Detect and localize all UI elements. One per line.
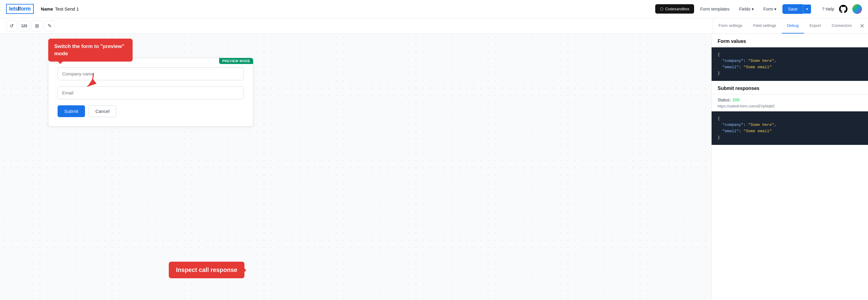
fields-label: Fields — [739, 7, 750, 11]
github-icon[interactable] — [839, 5, 847, 13]
form-templates-button[interactable]: Form templates — [696, 5, 733, 13]
submit-responses-title: Submit responses — [712, 81, 868, 94]
form-preview: PREVIEW MODE Submit Cancel — [48, 58, 253, 127]
code-key-email: "email" — [722, 65, 739, 70]
help-button[interactable]: ? Help — [822, 7, 834, 11]
inspect-callout: Inspect call response — [169, 262, 244, 278]
callout-top-text: Switch the form to "preview" mode — [54, 44, 124, 56]
form-settings-label: Form settings — [718, 23, 742, 28]
sub-nav: ↺ 123 ⊞ ✎ Form settings Field settings D… — [0, 18, 868, 34]
codesandbox-icon: ⬡ — [660, 7, 663, 11]
tab-field-settings[interactable]: Field settings — [748, 18, 782, 33]
logo[interactable]: letsIform — [6, 4, 34, 14]
company-input[interactable] — [58, 67, 244, 80]
tab-form-settings[interactable]: Form settings — [713, 18, 748, 33]
right-panel-tabs: Form settings Field settings Debug Expor… — [713, 18, 868, 33]
email-input[interactable] — [58, 86, 244, 99]
resp-code-key-company: "company" — [722, 122, 744, 127]
resp-code-val-email: "Some email" — [744, 129, 772, 133]
field-settings-label: Field settings — [753, 23, 776, 28]
tab-export[interactable]: Export — [804, 18, 827, 33]
company-field — [58, 67, 244, 80]
save-button[interactable]: Save — [782, 4, 803, 14]
main-layout: Switch the form to "preview" mode PREVIE… — [0, 34, 868, 300]
undo-button[interactable]: ↺ — [6, 21, 17, 31]
copy-button[interactable]: ⊞ — [31, 21, 42, 31]
status-row: Status: 200 — [712, 94, 868, 104]
status-label: Status: — [718, 98, 731, 102]
fields-button[interactable]: Fields ▾ — [735, 5, 757, 13]
fields-chevron-icon: ▾ — [752, 7, 754, 11]
form-label: Form — [764, 7, 773, 11]
logo-form: form — [19, 6, 31, 12]
name-label: Name — [41, 6, 53, 11]
form-chevron-icon: ▾ — [774, 7, 776, 11]
form-name-value: Test Send 1 — [55, 6, 79, 11]
user-avatar[interactable] — [852, 4, 862, 14]
logo-lets: lets — [9, 6, 18, 12]
nav-right: ? Help — [822, 4, 862, 14]
response-code: { "company": "Some here", "email": "Some… — [712, 111, 868, 145]
export-label: Export — [809, 23, 821, 28]
submit-responses-section: Submit responses Status: 200 https://sub… — [712, 81, 868, 300]
help-label: Help — [826, 7, 834, 11]
save-dropdown-button[interactable]: ▾ — [803, 4, 811, 13]
status-code: 200 — [733, 98, 740, 102]
resp-code-key-email: "email" — [722, 129, 739, 133]
code-key-company: "company" — [722, 59, 744, 63]
connectors-label: Connectors — [832, 23, 852, 28]
code-val-company: "Some here" — [748, 59, 774, 63]
top-nav: letsIform Name Test Send 1 ⬡ Codesandbox… — [0, 0, 868, 18]
tab-debug[interactable]: Debug — [782, 18, 804, 33]
inspect-callout-text: Inspect call response — [176, 267, 237, 273]
form-values-title: Form values — [712, 34, 868, 47]
submit-url: https://submit-form.com/xEVpNqlbC — [712, 104, 868, 111]
preview-mode-badge: PREVIEW MODE — [219, 58, 253, 64]
email-field — [58, 86, 244, 99]
cancel-button[interactable]: Cancel — [89, 105, 117, 117]
edit-button[interactable]: ✎ — [44, 21, 55, 31]
codesandbox-label: Codesandbox — [665, 7, 689, 11]
form-actions: Submit Cancel — [58, 105, 244, 117]
preview-mode-callout: Switch the form to "preview" mode — [48, 38, 133, 61]
nav-center: ⬡ Codesandbox Form templates Fields ▾ Fo… — [655, 4, 811, 14]
close-panel-button[interactable]: ✕ — [857, 21, 867, 31]
submit-button[interactable]: Submit — [58, 105, 85, 117]
numbers-button[interactable]: 123 — [19, 21, 30, 31]
form-templates-label: Form templates — [700, 7, 730, 11]
form-button[interactable]: Form ▾ — [760, 5, 780, 13]
canvas-area: Switch the form to "preview" mode PREVIE… — [0, 34, 711, 300]
right-panel: Form values { "company": "Some here", "e… — [711, 34, 868, 300]
help-circle-icon: ? — [822, 7, 824, 11]
tab-connectors[interactable]: Connectors — [827, 18, 857, 33]
codesandbox-button[interactable]: ⬡ Codesandbox — [655, 4, 694, 13]
debug-label: Debug — [787, 23, 799, 28]
resp-code-val-company: "Some here" — [748, 122, 774, 127]
save-button-group: Save ▾ — [782, 4, 811, 14]
form-values-code: { "company": "Some here", "email": "Some… — [712, 47, 868, 81]
code-val-email: "Some email" — [744, 65, 772, 70]
